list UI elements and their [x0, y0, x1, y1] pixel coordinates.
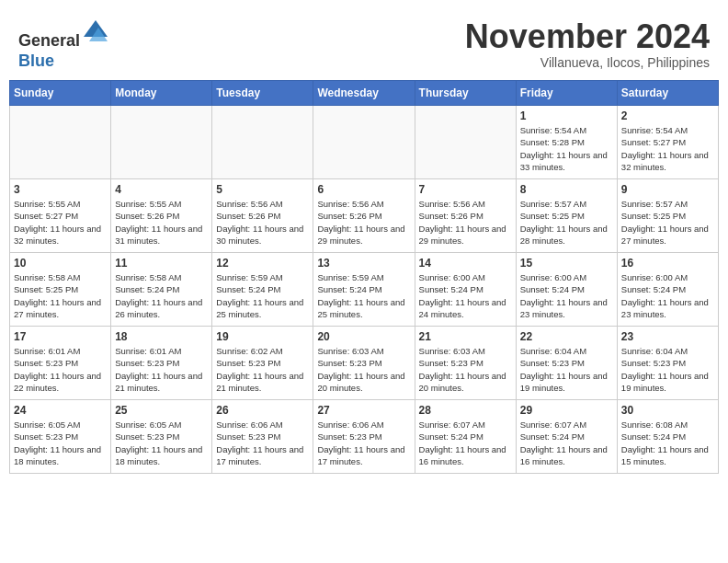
day-number: 27	[317, 404, 410, 417]
calendar-cell: 25Sunrise: 6:05 AM Sunset: 5:23 PM Dayli…	[111, 400, 212, 474]
calendar-cell: 20Sunrise: 6:03 AM Sunset: 5:23 PM Dayli…	[313, 327, 415, 400]
calendar-table: SundayMondayTuesdayWednesdayThursdayFrid…	[9, 80, 719, 474]
calendar-week-4: 17Sunrise: 6:01 AM Sunset: 5:23 PM Dayli…	[10, 327, 719, 400]
day-number: 11	[115, 257, 208, 270]
day-number: 12	[216, 257, 309, 270]
calendar-week-5: 24Sunrise: 6:05 AM Sunset: 5:23 PM Dayli…	[10, 400, 719, 474]
location: Villanueva, Ilocos, Philippines	[465, 55, 710, 70]
day-info: Sunrise: 5:56 AM Sunset: 5:26 PM Dayligh…	[216, 198, 309, 247]
day-info: Sunrise: 6:01 AM Sunset: 5:23 PM Dayligh…	[14, 345, 107, 394]
day-info: Sunrise: 6:01 AM Sunset: 5:23 PM Dayligh…	[115, 345, 208, 394]
calendar-week-1: 1Sunrise: 5:54 AM Sunset: 5:28 PM Daylig…	[10, 106, 719, 179]
day-info: Sunrise: 6:04 AM Sunset: 5:23 PM Dayligh…	[520, 345, 613, 394]
page-header: General Blue November 2024 Villanueva, I…	[9, 9, 719, 75]
calendar-cell: 4Sunrise: 5:55 AM Sunset: 5:26 PM Daylig…	[111, 179, 212, 253]
calendar-cell: 30Sunrise: 6:08 AM Sunset: 5:24 PM Dayli…	[617, 400, 718, 474]
day-number: 19	[216, 330, 309, 343]
calendar-cell: 15Sunrise: 6:00 AM Sunset: 5:24 PM Dayli…	[516, 253, 617, 327]
day-info: Sunrise: 6:07 AM Sunset: 5:24 PM Dayligh…	[419, 419, 512, 467]
day-info: Sunrise: 6:03 AM Sunset: 5:23 PM Dayligh…	[419, 345, 512, 394]
day-number: 6	[317, 183, 410, 196]
day-number: 2	[621, 109, 714, 122]
calendar-cell	[10, 106, 111, 179]
calendar-cell: 11Sunrise: 5:58 AM Sunset: 5:24 PM Dayli…	[111, 253, 212, 327]
calendar-cell	[313, 106, 415, 179]
calendar-cell: 2Sunrise: 5:54 AM Sunset: 5:27 PM Daylig…	[617, 106, 718, 179]
calendar-cell: 5Sunrise: 5:56 AM Sunset: 5:26 PM Daylig…	[212, 179, 313, 253]
day-info: Sunrise: 6:07 AM Sunset: 5:24 PM Dayligh…	[520, 419, 613, 467]
day-number: 13	[317, 257, 410, 270]
day-info: Sunrise: 6:00 AM Sunset: 5:24 PM Dayligh…	[621, 271, 714, 320]
day-info: Sunrise: 6:04 AM Sunset: 5:23 PM Dayligh…	[621, 345, 714, 394]
calendar-cell: 6Sunrise: 5:56 AM Sunset: 5:26 PM Daylig…	[313, 179, 415, 253]
calendar-cell: 12Sunrise: 5:59 AM Sunset: 5:24 PM Dayli…	[212, 253, 313, 327]
calendar-cell: 18Sunrise: 6:01 AM Sunset: 5:23 PM Dayli…	[111, 327, 212, 400]
day-number: 7	[419, 183, 512, 196]
day-number: 1	[520, 109, 613, 122]
day-info: Sunrise: 6:06 AM Sunset: 5:23 PM Dayligh…	[216, 419, 309, 467]
day-info: Sunrise: 6:06 AM Sunset: 5:23 PM Dayligh…	[317, 419, 410, 467]
day-info: Sunrise: 6:05 AM Sunset: 5:23 PM Dayligh…	[115, 419, 208, 467]
calendar-cell: 7Sunrise: 5:56 AM Sunset: 5:26 PM Daylig…	[415, 179, 516, 253]
day-number: 26	[216, 404, 309, 417]
day-info: Sunrise: 5:55 AM Sunset: 5:26 PM Dayligh…	[115, 198, 208, 247]
day-number: 4	[115, 183, 208, 196]
calendar-cell: 29Sunrise: 6:07 AM Sunset: 5:24 PM Dayli…	[516, 400, 617, 474]
weekday-header-thursday: Thursday	[415, 81, 516, 106]
day-number: 21	[419, 330, 512, 343]
calendar-cell: 3Sunrise: 5:55 AM Sunset: 5:27 PM Daylig…	[10, 179, 111, 253]
day-number: 20	[317, 330, 410, 343]
day-info: Sunrise: 5:56 AM Sunset: 5:26 PM Dayligh…	[419, 198, 512, 247]
day-number: 25	[115, 404, 208, 417]
day-info: Sunrise: 5:54 AM Sunset: 5:28 PM Dayligh…	[520, 124, 613, 173]
day-number: 17	[14, 330, 107, 343]
calendar-cell	[212, 106, 313, 179]
day-number: 28	[419, 404, 512, 417]
day-number: 8	[520, 183, 613, 196]
logo-icon	[82, 18, 109, 46]
calendar-cell: 16Sunrise: 6:00 AM Sunset: 5:24 PM Dayli…	[617, 253, 718, 327]
day-info: Sunrise: 5:54 AM Sunset: 5:27 PM Dayligh…	[621, 124, 714, 173]
logo-blue: Blue	[18, 52, 54, 70]
day-info: Sunrise: 6:00 AM Sunset: 5:24 PM Dayligh…	[520, 271, 613, 320]
calendar-cell: 28Sunrise: 6:07 AM Sunset: 5:24 PM Dayli…	[415, 400, 516, 474]
day-number: 29	[520, 404, 613, 417]
day-number: 15	[520, 257, 613, 270]
calendar-week-2: 3Sunrise: 5:55 AM Sunset: 5:27 PM Daylig…	[10, 179, 719, 253]
day-info: Sunrise: 5:56 AM Sunset: 5:26 PM Dayligh…	[317, 198, 410, 247]
day-info: Sunrise: 6:00 AM Sunset: 5:24 PM Dayligh…	[419, 271, 512, 320]
calendar-cell	[415, 106, 516, 179]
weekday-header-saturday: Saturday	[617, 81, 718, 106]
day-number: 10	[14, 257, 107, 270]
day-number: 16	[621, 257, 714, 270]
title-area: November 2024 Villanueva, Ilocos, Philip…	[465, 18, 710, 70]
calendar-cell: 24Sunrise: 6:05 AM Sunset: 5:23 PM Dayli…	[10, 400, 111, 474]
weekday-header-friday: Friday	[516, 81, 617, 106]
calendar-cell	[111, 106, 212, 179]
logo: General Blue	[18, 18, 109, 71]
day-info: Sunrise: 5:57 AM Sunset: 5:25 PM Dayligh…	[520, 198, 613, 247]
calendar-body: 1Sunrise: 5:54 AM Sunset: 5:28 PM Daylig…	[10, 106, 719, 474]
day-number: 9	[621, 183, 714, 196]
day-number: 23	[621, 330, 714, 343]
day-number: 30	[621, 404, 714, 417]
day-info: Sunrise: 5:58 AM Sunset: 5:25 PM Dayligh…	[14, 271, 107, 320]
day-info: Sunrise: 5:59 AM Sunset: 5:24 PM Dayligh…	[216, 271, 309, 320]
calendar-cell: 26Sunrise: 6:06 AM Sunset: 5:23 PM Dayli…	[212, 400, 313, 474]
day-info: Sunrise: 6:02 AM Sunset: 5:23 PM Dayligh…	[216, 345, 309, 394]
calendar-cell: 10Sunrise: 5:58 AM Sunset: 5:25 PM Dayli…	[10, 253, 111, 327]
day-number: 24	[14, 404, 107, 417]
logo-general: General	[18, 31, 80, 50]
day-info: Sunrise: 6:05 AM Sunset: 5:23 PM Dayligh…	[14, 419, 107, 467]
day-number: 18	[115, 330, 208, 343]
calendar-cell: 9Sunrise: 5:57 AM Sunset: 5:25 PM Daylig…	[617, 179, 718, 253]
day-info: Sunrise: 5:58 AM Sunset: 5:24 PM Dayligh…	[115, 271, 208, 320]
month-title: November 2024	[465, 18, 710, 55]
weekday-header-wednesday: Wednesday	[313, 81, 415, 106]
day-number: 5	[216, 183, 309, 196]
calendar-cell: 13Sunrise: 5:59 AM Sunset: 5:24 PM Dayli…	[313, 253, 415, 327]
day-number: 3	[14, 183, 107, 196]
calendar-cell: 19Sunrise: 6:02 AM Sunset: 5:23 PM Dayli…	[212, 327, 313, 400]
calendar-cell: 23Sunrise: 6:04 AM Sunset: 5:23 PM Dayli…	[617, 327, 718, 400]
calendar-header-row: SundayMondayTuesdayWednesdayThursdayFrid…	[10, 81, 719, 106]
